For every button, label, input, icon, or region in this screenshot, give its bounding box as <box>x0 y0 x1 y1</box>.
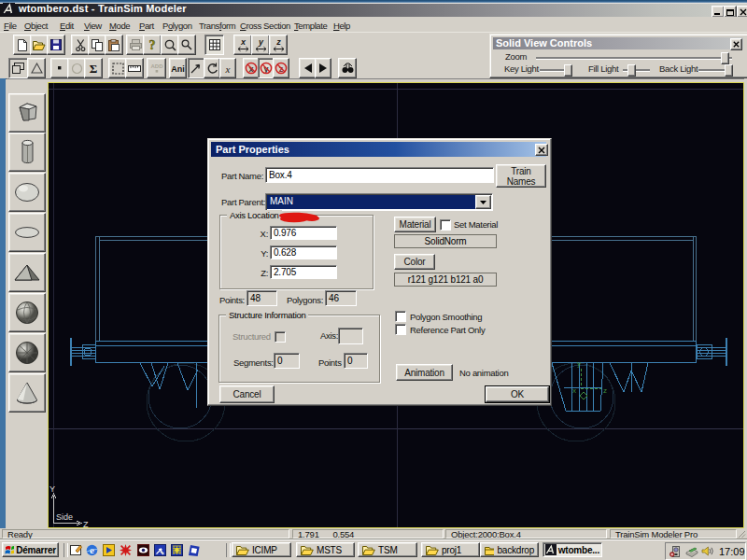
tray-device-icon[interactable] <box>669 545 683 558</box>
z-input[interactable]: 2.705 <box>270 265 337 279</box>
combo-dropdown-button[interactable] <box>475 195 491 209</box>
menu-help[interactable]: Help <box>333 21 350 31</box>
scale-button[interactable]: x <box>219 58 236 78</box>
save-button[interactable] <box>47 35 65 55</box>
zoom-in-button[interactable] <box>161 35 179 55</box>
sigma-button[interactable]: Σ <box>84 58 103 78</box>
help-button[interactable]: ? <box>143 35 162 55</box>
ie-icon[interactable]: e <box>86 544 98 556</box>
arrow-button[interactable] <box>188 58 204 78</box>
polygon-smoothing-checkbox[interactable] <box>395 311 406 322</box>
menu-mode[interactable]: Mode <box>109 21 130 31</box>
menu-object[interactable]: Object <box>24 21 48 31</box>
zoom-out-button[interactable] <box>177 35 196 55</box>
resize-grip[interactable] <box>738 530 746 539</box>
start-button[interactable]: Démarrer <box>2 542 59 557</box>
menu-edit[interactable]: Edit <box>60 21 74 31</box>
material-button[interactable]: Material <box>394 217 436 232</box>
train-names-button[interactable]: Train Names <box>496 164 546 188</box>
cancel-button[interactable]: Cancel <box>219 385 275 403</box>
cut-button[interactable] <box>71 35 90 55</box>
task-tsm[interactable]: TSM <box>358 542 417 557</box>
copy-button[interactable] <box>88 35 106 55</box>
set-material-checkbox[interactable] <box>440 219 451 231</box>
shape-box-button[interactable] <box>8 93 46 133</box>
shape-disc-button[interactable] <box>8 213 46 252</box>
rotate-button[interactable] <box>204 58 220 78</box>
menu-part[interactable]: Part <box>139 21 154 31</box>
panel-close-button[interactable] <box>730 38 742 50</box>
open-button[interactable] <box>30 35 49 55</box>
folder-icon <box>362 545 375 555</box>
add-button[interactable]: ADD <box>147 58 166 78</box>
cascade-icon <box>12 63 24 74</box>
ok-button[interactable]: OK <box>485 385 550 403</box>
part-axis-y-label: y <box>577 359 581 368</box>
animation-button[interactable]: Animation <box>396 364 453 381</box>
cascade-button[interactable] <box>8 58 28 78</box>
structured-checkbox[interactable] <box>275 331 286 343</box>
task-backdrop[interactable]: backdrop <box>480 542 539 557</box>
task-msts[interactable]: MSTS <box>296 542 355 557</box>
menu-polygon[interactable]: Polygon <box>162 21 192 31</box>
key-light-slider-thumb[interactable] <box>564 64 572 77</box>
shape-cone-button[interactable] <box>8 373 46 413</box>
select-box-button[interactable] <box>108 58 127 78</box>
shape-pyramid-button[interactable] <box>8 253 46 292</box>
desktop-icon[interactable] <box>70 544 82 556</box>
triangle-button[interactable] <box>27 58 46 78</box>
menu-file[interactable]: File <box>4 21 17 31</box>
fill-light-slider-thumb[interactable] <box>627 64 636 77</box>
next-button[interactable] <box>315 58 331 78</box>
ruler-button[interactable] <box>125 58 144 78</box>
select-box-icon <box>112 63 124 75</box>
ani-button[interactable]: Ani <box>169 58 187 78</box>
print-button[interactable] <box>126 35 145 55</box>
menu-view[interactable]: View <box>84 21 102 31</box>
tray-printer-icon[interactable] <box>684 545 698 557</box>
find-button[interactable] <box>338 58 357 78</box>
grid-button[interactable] <box>204 35 224 55</box>
move-z-icon: z <box>273 38 285 52</box>
task-wtombero[interactable]: wtombe... <box>543 542 602 557</box>
shape-ellipsoid-button[interactable] <box>8 173 46 212</box>
menu-template[interactable]: Template <box>294 21 327 31</box>
view-name-label: Side <box>56 512 73 522</box>
reference-part-only-checkbox[interactable] <box>395 324 406 335</box>
part-name-input[interactable]: Box.4 <box>265 167 494 183</box>
shape-geosphere-button[interactable] <box>8 333 46 372</box>
zoom-slider-thumb[interactable] <box>721 52 729 64</box>
web-icon[interactable] <box>171 544 183 556</box>
shape-cylinder-button[interactable] <box>8 133 46 172</box>
paste-button[interactable] <box>105 35 123 55</box>
tray-clock[interactable]: 17:09 <box>719 546 745 557</box>
psp-icon[interactable] <box>154 544 166 556</box>
x-input[interactable]: 0.976 <box>270 226 337 240</box>
move-x-button[interactable]: x <box>233 35 252 55</box>
viewer-icon[interactable] <box>137 544 149 556</box>
zoom-slider-track[interactable] <box>536 57 732 59</box>
flag-icon[interactable] <box>188 544 200 556</box>
tray-volume-icon[interactable] <box>701 545 713 557</box>
y-input[interactable]: 0.628 <box>270 245 337 259</box>
point-button[interactable] <box>50 58 69 78</box>
media-icon[interactable] <box>103 544 115 556</box>
back-light-slider-thumb[interactable] <box>725 64 733 77</box>
menu-cross-section[interactable]: Cross Section <box>240 21 290 31</box>
part-parent-combo[interactable]: MAIN <box>265 193 493 211</box>
new-button[interactable] <box>13 35 32 55</box>
dialog-close-button[interactable] <box>535 144 548 156</box>
shape-sphere-button[interactable] <box>8 293 46 332</box>
color-button[interactable]: Color <box>394 254 435 270</box>
circle-button[interactable] <box>67 58 86 78</box>
move-y-button[interactable]: y <box>251 35 270 55</box>
menu-transform[interactable]: Transform <box>199 21 235 31</box>
move-z-button[interactable]: z <box>269 35 288 55</box>
task-proj1[interactable]: proj1 <box>421 542 480 557</box>
task-icimp[interactable]: ICIMP <box>232 542 291 557</box>
find-icon <box>342 63 354 74</box>
star-icon[interactable] <box>120 544 132 556</box>
dialog-titlebar[interactable]: Part Properties <box>211 142 546 157</box>
lock-z-button[interactable]: z <box>273 58 289 78</box>
solid-view-controls-titlebar[interactable]: Solid View Controls <box>493 37 743 49</box>
